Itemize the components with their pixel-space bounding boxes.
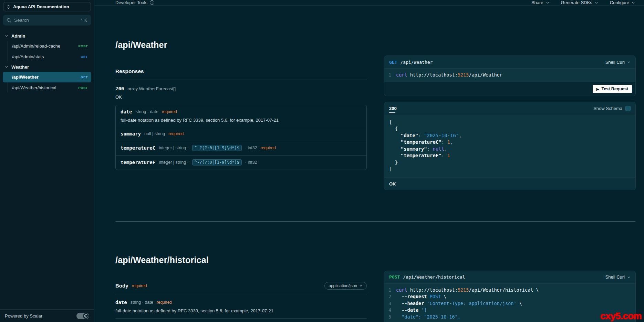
code-token: /api/Weather — [469, 72, 502, 79]
code-token — [396, 293, 402, 300]
search-icon — [7, 18, 11, 23]
sidebar-item-admin-reload-cache[interactable]: /api/Admin/reload-cache POST — [3, 41, 91, 51]
code-token: http://localhost: — [407, 287, 458, 294]
configure-label: Configure — [610, 0, 629, 5]
table-row: temperatureC integer | string · ^-?(?:0|… — [116, 141, 366, 155]
json-token: : — [427, 146, 433, 152]
chevron-down-icon — [632, 1, 635, 4]
request-example-block: POST /api/Weather/historical Shell Curl … — [384, 271, 636, 322]
method-badge: POST — [79, 86, 88, 90]
json-value: null — [433, 146, 444, 152]
response-status-tab[interactable]: 200 — [389, 102, 397, 115]
test-request-button[interactable]: Test Request — [593, 85, 632, 93]
json-value: 1 — [447, 139, 450, 145]
content-type-select[interactable]: application/json — [324, 282, 367, 290]
code-token: http://localhost: — [407, 72, 458, 79]
responses-heading: Responses — [115, 68, 367, 74]
endpoint-path: /api/Admin/stats — [12, 54, 44, 59]
request-method: POST — [389, 274, 400, 280]
endpoint-path: /api/Weather/historical — [12, 85, 56, 90]
code-token: \ — [517, 300, 522, 307]
code-token — [396, 314, 402, 321]
regex-pattern-badge: ^-?(?:0|[1-9]\d*)$ — [192, 145, 242, 151]
sidebar-item-weather-historical[interactable]: /api/Weather/historical POST — [3, 82, 91, 93]
field-type: string · date — [131, 300, 153, 305]
content-type-label: application/json — [329, 283, 357, 288]
line-number: 1 — [388, 287, 396, 294]
json-key: "date" — [401, 133, 418, 138]
field-name: date — [121, 109, 132, 114]
json-indent — [389, 133, 401, 138]
method-badge: POST — [79, 44, 88, 48]
section-label: Weather — [11, 64, 29, 70]
request-method: GET — [389, 60, 397, 65]
developer-tools[interactable]: Developer Tools — [115, 0, 154, 5]
field-format: · int32 — [245, 145, 257, 150]
client-language-label: Shell Curl — [605, 60, 625, 65]
status-type: array WeatherForecast[] — [127, 86, 176, 91]
status-code: 200 — [115, 86, 124, 91]
required-badge: required — [162, 109, 177, 114]
sidebar-nav: Admin /api/Admin/reload-cache POST /api/… — [0, 31, 94, 309]
method-badge: GET — [81, 75, 88, 79]
client-language-select[interactable]: Shell Curl — [605, 60, 631, 65]
json-token: , — [459, 133, 461, 138]
code-token: --header — [402, 300, 424, 307]
json-indent — [389, 153, 401, 158]
json-token: , — [450, 139, 453, 145]
request-path: /api/Weather/historical — [403, 274, 465, 280]
page-title: /api/Weather — [115, 40, 367, 50]
required-badge: required — [157, 300, 172, 305]
search-shortcut: ^ K — [81, 18, 87, 23]
chevron-down-icon — [595, 1, 598, 4]
sidebar-item-weather[interactable]: /api/Weather GET — [3, 72, 91, 82]
field-name: date — [115, 300, 127, 305]
generate-sdks-menu[interactable]: Generate SDKs — [561, 0, 598, 5]
sidebar-section-admin[interactable]: Admin — [3, 31, 91, 41]
play-icon — [596, 87, 599, 91]
table-row: temperatureF integer | string · ^-?(?:0|… — [116, 155, 366, 170]
json-token: [ — [389, 119, 392, 125]
json-indent — [389, 146, 401, 152]
share-menu[interactable]: Share — [531, 0, 549, 5]
main-area: Developer Tools Share Generate SDKs Conf… — [94, 0, 644, 322]
code-token: \ — [441, 293, 446, 300]
chevron-down-icon — [627, 60, 631, 64]
sidebar-item-admin-stats[interactable]: /api/Admin/stats GET — [3, 51, 91, 62]
json-value: 1 — [447, 153, 450, 158]
list-item: date string · date required full-date no… — [115, 295, 367, 319]
search-box[interactable]: ^ K — [3, 15, 91, 26]
api-reference-selector[interactable]: Aquxa API Documentation — [3, 2, 91, 11]
regex-pattern-badge: ^-?(?:0|[1-9]\d*)$ — [192, 159, 242, 165]
json-key: "temperatureC" — [401, 139, 442, 145]
page-title: /api/Weather/historical — [115, 255, 367, 265]
code-token: --data — [402, 307, 418, 314]
endpoint-path: /api/Admin/reload-cache — [12, 43, 60, 49]
required-badge: required — [168, 131, 184, 136]
code-token: curl — [396, 72, 407, 79]
dark-mode-toggle[interactable] — [76, 313, 89, 319]
sidebar-section-weather[interactable]: Weather — [3, 62, 91, 72]
code-token: "date": "2025-10-16", — [402, 314, 460, 321]
share-label: Share — [531, 0, 543, 5]
json-token: } — [389, 160, 398, 165]
json-indent — [389, 139, 401, 145]
code-token: 5215 — [458, 287, 469, 294]
client-language-select[interactable]: Shell Curl — [605, 274, 631, 280]
table-row: date string · date required full-date no… — [116, 105, 366, 127]
search-input[interactable] — [14, 18, 78, 23]
line-number: 4 — [388, 307, 396, 314]
configure-menu[interactable]: Configure — [610, 0, 635, 5]
list-item: summary null | string required — [115, 319, 367, 322]
powered-by-label: Powered by Scalar — [5, 313, 42, 319]
generate-sdks-label: Generate SDKs — [561, 0, 592, 5]
field-description: full-date notation as defined by RFC 333… — [115, 308, 367, 313]
field-type: null | string — [144, 131, 165, 136]
code-token: 5215 — [458, 72, 469, 79]
status-description: OK — [115, 94, 367, 100]
sidebar-footer: Powered by Scalar — [0, 309, 94, 322]
show-schema-label: Show Schema — [593, 106, 622, 111]
show-schema-checkbox[interactable] — [625, 106, 631, 111]
sidebar: Aquxa API Documentation ^ K Admin /api/A… — [0, 0, 94, 322]
chevron-down-icon — [546, 1, 549, 4]
